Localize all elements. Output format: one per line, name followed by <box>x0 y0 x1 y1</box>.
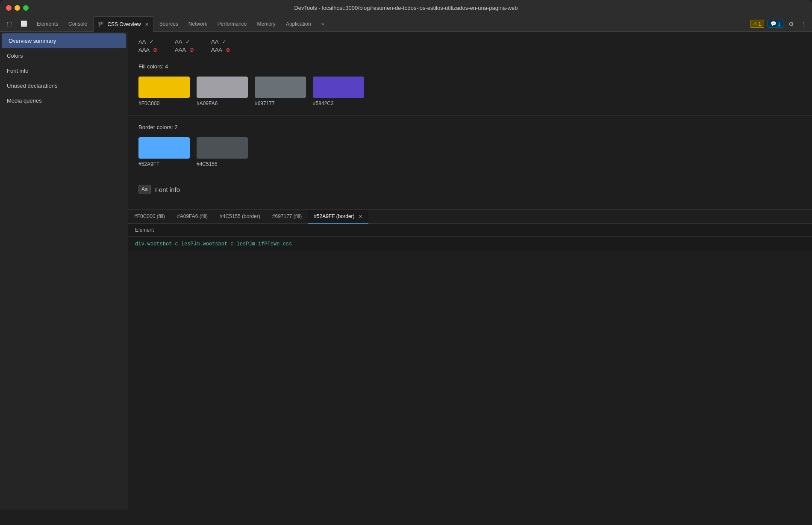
font-aa-badge: Aa <box>138 185 151 194</box>
fill-swatch-f0c000-color <box>138 77 190 98</box>
fill-swatch-f0c000[interactable]: #F0C000 <box>138 77 190 106</box>
main-layout: Overview summary Colors Font info Unused… <box>0 32 812 510</box>
aaa-check-3: AAA ⊘ <box>211 47 230 53</box>
border-swatch-52a9ff-color <box>138 137 190 159</box>
inspect-button[interactable]: ⬜ <box>17 19 31 29</box>
tab-elements[interactable]: Elements <box>32 16 62 32</box>
font-info-title: Font info <box>155 186 180 193</box>
sidebar-item-unused-declarations[interactable]: Unused declarations <box>0 78 128 93</box>
element-section: Element div.wootsbot-c-lesPJm.wootsbot-c… <box>128 224 812 251</box>
element-label: Element <box>128 224 812 237</box>
fill-swatch-f0c000-label: #F0C000 <box>138 100 190 106</box>
fill-color-swatches: #F0C000 #A09FA6 #697177 #5842C3 <box>138 77 802 106</box>
css-overview-icon: 🏴 <box>98 21 104 27</box>
fill-swatch-a09fa6-label: #A09FA6 <box>197 100 248 106</box>
aaa-check-1: AAA ⊘ <box>138 47 158 53</box>
tab-bar-right: ⚠ 1 💬 1 ⚙ ⋮ <box>750 19 809 29</box>
warning-badge[interactable]: ⚠ 1 <box>750 20 764 28</box>
sidebar-item-overview-summary[interactable]: Overview summary <box>2 33 126 48</box>
traffic-lights <box>6 5 29 11</box>
sidebar: Overview summary Colors Font info Unused… <box>0 32 128 510</box>
fill-swatch-5842c3-color <box>313 77 364 98</box>
title-bar: DevTools - localhost:3000/blog/resumen-d… <box>0 0 812 16</box>
border-swatch-4c5155-color <box>197 137 248 159</box>
border-swatch-4c5155-label: #4C5155 <box>197 161 248 167</box>
tab-css-overview[interactable]: 🏴 CSS Overview ✕ <box>93 16 153 32</box>
tab-close-icon[interactable]: ✕ <box>145 22 149 27</box>
color-tab-close-icon[interactable]: ✕ <box>359 214 362 219</box>
border-swatch-52a9ff[interactable]: #52A9FF <box>138 137 190 167</box>
fill-swatch-5842c3-label: #5842C3 <box>313 100 364 106</box>
aa-check-2: AA ✓ <box>175 38 194 45</box>
aa-check-3: AA ✓ <box>211 38 230 45</box>
color-tab-4c5155[interactable]: #4C5155 (border) <box>214 210 266 224</box>
aaa-check-1-mark: ⊘ <box>153 47 158 53</box>
border-swatch-4c5155[interactable]: #4C5155 <box>197 137 248 167</box>
aa-check-1-mark: ✓ <box>149 38 154 45</box>
contrast-item-2: AA ✓ AAA ⊘ <box>175 38 194 53</box>
settings-button[interactable]: ⚙ <box>787 19 796 29</box>
maximize-button[interactable] <box>23 5 29 11</box>
more-tabs-button[interactable]: » <box>317 16 329 32</box>
fill-swatch-697177-label: #697177 <box>255 100 306 106</box>
fill-swatch-a09fa6-color <box>197 77 248 98</box>
fill-swatch-5842c3[interactable]: #5842C3 <box>313 77 364 106</box>
color-tab-f0c000[interactable]: #F0C000 (fill) <box>128 210 171 224</box>
fill-swatch-697177[interactable]: #697177 <box>255 77 306 106</box>
sidebar-item-font-info[interactable]: Font info <box>0 63 128 78</box>
tab-sources[interactable]: Sources <box>155 16 182 32</box>
aaa-check-2-mark: ⊘ <box>189 47 194 53</box>
aa-check-1: AA ✓ <box>138 38 158 45</box>
color-filter-area: #F0C000 (fill) #A09FA6 (fill) #4C5155 (b… <box>128 210 812 251</box>
aaa-check-3-mark: ⊘ <box>226 47 230 53</box>
tab-console[interactable]: Console <box>64 16 91 32</box>
tab-network[interactable]: Network <box>184 16 212 32</box>
element-value[interactable]: div.wootsbot-c-lesPJm.wootsbot-c-lesPJm-… <box>128 237 812 251</box>
sidebar-item-colors[interactable]: Colors <box>0 48 128 63</box>
main-content[interactable]: AA ✓ AAA ⊘ AA ✓ AAA ⊘ <box>128 32 812 510</box>
info-badge[interactable]: 💬 1 <box>768 20 783 28</box>
border-color-swatches: #52A9FF #4C5155 <box>138 137 802 167</box>
font-info-header: Aa Font info <box>138 185 802 194</box>
fill-colors-section: Fill colors: 4 #F0C000 #A09FA6 #697177 #… <box>128 55 812 115</box>
border-swatch-52a9ff-label: #52A9FF <box>138 161 190 167</box>
minimize-button[interactable] <box>15 5 20 11</box>
tab-application[interactable]: Application <box>282 16 315 32</box>
chat-icon: 💬 <box>771 21 777 27</box>
aa-check-2-mark: ✓ <box>185 38 190 45</box>
color-filter-tabs: #F0C000 (fill) #A09FA6 (fill) #4C5155 (b… <box>128 210 812 224</box>
color-tab-697177[interactable]: #697177 (fill) <box>266 210 308 224</box>
tab-performance[interactable]: Performance <box>213 16 251 32</box>
sidebar-item-media-queries[interactable]: Media queries <box>0 93 128 108</box>
tab-memory[interactable]: Memory <box>253 16 280 32</box>
font-info-section: Aa Font info <box>128 176 812 210</box>
border-colors-title: Border colors: 2 <box>138 124 802 130</box>
aa-check-3-mark: ✓ <box>222 38 227 45</box>
window-title: DevTools - localhost:3000/blog/resumen-d… <box>294 5 518 11</box>
fill-swatch-a09fa6[interactable]: #A09FA6 <box>197 77 248 106</box>
contrast-item-1: AA ✓ AAA ⊘ <box>138 38 158 53</box>
contrast-checks: AA ✓ AAA ⊘ AA ✓ AAA ⊘ <box>128 32 812 55</box>
close-button[interactable] <box>6 5 12 11</box>
aaa-check-2: AAA ⊘ <box>175 47 194 53</box>
cursor-tool-button[interactable]: ⬚ <box>3 19 15 29</box>
color-tab-a09fa6[interactable]: #A09FA6 (fill) <box>171 210 214 224</box>
color-tab-52a9ff[interactable]: #52A9FF (border) ✕ <box>308 210 368 224</box>
warning-icon: ⚠ <box>753 21 757 27</box>
fill-swatch-697177-color <box>255 77 306 98</box>
contrast-item-3: AA ✓ AAA ⊘ <box>211 38 230 53</box>
border-colors-section: Border colors: 2 #52A9FF #4C5155 <box>128 115 812 176</box>
tab-bar: ⬚ ⬜ Elements Console 🏴 CSS Overview ✕ So… <box>0 16 812 32</box>
fill-colors-title: Fill colors: 4 <box>138 63 802 70</box>
more-options-button[interactable]: ⋮ <box>799 19 809 29</box>
